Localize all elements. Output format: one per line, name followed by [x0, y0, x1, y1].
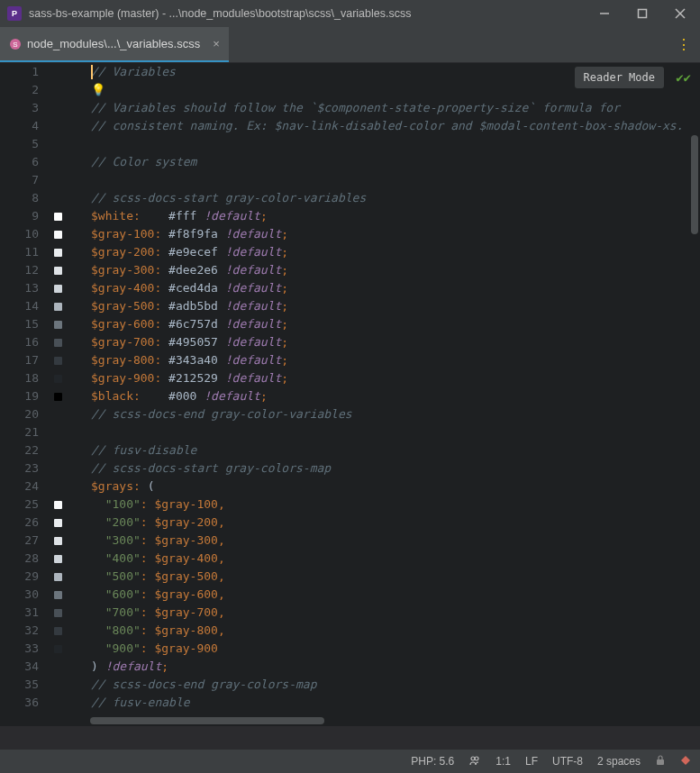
line-number[interactable]: 10: [0, 225, 39, 243]
code-line[interactable]: // scss-docs-end gray-color-variables: [91, 405, 700, 423]
code-line[interactable]: $gray-900: #212529 !default;: [91, 369, 700, 387]
status-caret-position[interactable]: 1:1: [495, 755, 511, 768]
line-number[interactable]: 6: [0, 153, 39, 171]
code-line[interactable]: "100": $gray-100,: [91, 496, 700, 514]
line-number[interactable]: 16: [0, 333, 39, 351]
code-line[interactable]: [91, 171, 700, 189]
code-line[interactable]: [91, 423, 700, 441]
color-swatch-icon[interactable]: [54, 537, 62, 545]
line-number[interactable]: 20: [0, 405, 39, 423]
code-line[interactable]: // fusv-disable: [91, 441, 700, 459]
status-encoding[interactable]: UTF-8: [552, 755, 583, 768]
line-number[interactable]: 21: [0, 423, 39, 441]
line-number[interactable]: 3: [0, 99, 39, 117]
code-line[interactable]: // Color system: [91, 153, 700, 171]
code-editor[interactable]: Reader Mode ✔✔ 1234567891011121314151617…: [0, 63, 700, 726]
code-line[interactable]: $black: #000 !default;: [91, 387, 700, 405]
line-number[interactable]: 36: [0, 694, 39, 712]
line-number[interactable]: 34: [0, 658, 39, 676]
color-swatch-icon[interactable]: [54, 555, 62, 563]
code-line[interactable]: $gray-400: #ced4da !default;: [91, 279, 700, 297]
color-swatch-icon[interactable]: [54, 321, 62, 329]
tab-close-button[interactable]: ×: [213, 37, 220, 50]
line-number[interactable]: 14: [0, 297, 39, 315]
line-number[interactable]: 31: [0, 604, 39, 622]
line-number-gutter[interactable]: 1234567891011121314151617181920212223242…: [0, 63, 50, 726]
color-swatch-icon[interactable]: [54, 627, 62, 635]
code-line[interactable]: "400": $gray-400,: [91, 550, 700, 568]
line-number[interactable]: 15: [0, 315, 39, 333]
color-swatch-icon[interactable]: [54, 519, 62, 527]
code-line[interactable]: $white: #fff !default;: [91, 207, 700, 225]
close-button[interactable]: [668, 5, 693, 23]
intention-bulb-icon[interactable]: 💡: [91, 83, 105, 96]
vertical-scrollbar[interactable]: [691, 135, 698, 234]
color-swatch-icon[interactable]: [54, 609, 62, 617]
code-line[interactable]: // Variables should follow the `$compone…: [91, 99, 700, 117]
color-swatch-icon[interactable]: [54, 375, 62, 383]
line-number[interactable]: 33: [0, 640, 39, 658]
editor-tab-active[interactable]: S node_modules\...\_variables.scss ×: [0, 27, 229, 62]
color-swatch-icon[interactable]: [54, 645, 62, 653]
line-number[interactable]: 22: [0, 441, 39, 459]
code-line[interactable]: $gray-800: #343a40 !default;: [91, 351, 700, 369]
code-line[interactable]: "300": $gray-300,: [91, 532, 700, 550]
code-line[interactable]: [91, 135, 700, 153]
line-number[interactable]: 11: [0, 243, 39, 261]
maximize-button[interactable]: [630, 5, 655, 23]
code-line[interactable]: "900": $gray-900: [91, 640, 700, 658]
status-users-icon[interactable]: [468, 754, 481, 769]
status-git-icon[interactable]: [680, 755, 691, 768]
line-number[interactable]: 17: [0, 351, 39, 369]
code-line[interactable]: "500": $gray-500,: [91, 568, 700, 586]
color-swatch-icon[interactable]: [54, 501, 62, 509]
line-number[interactable]: 32: [0, 622, 39, 640]
color-swatch-icon[interactable]: [54, 285, 62, 293]
code-line[interactable]: $gray-500: #adb5bd !default;: [91, 297, 700, 315]
line-number[interactable]: 7: [0, 171, 39, 189]
code-line[interactable]: "600": $gray-600,: [91, 586, 700, 604]
line-number[interactable]: 29: [0, 568, 39, 586]
status-lock-icon[interactable]: [655, 755, 666, 768]
code-line[interactable]: ) !default;: [91, 658, 700, 676]
status-php[interactable]: PHP: 5.6: [411, 755, 454, 768]
line-number[interactable]: 13: [0, 279, 39, 297]
line-number[interactable]: 35: [0, 676, 39, 694]
code-line[interactable]: // Variables: [91, 63, 700, 81]
color-swatch-icon[interactable]: [54, 213, 62, 221]
line-number[interactable]: 23: [0, 459, 39, 477]
line-number[interactable]: 25: [0, 496, 39, 514]
code-line[interactable]: $gray-700: #495057 !default;: [91, 333, 700, 351]
code-area[interactable]: // Variables💡// Variables should follow …: [66, 63, 700, 726]
code-line[interactable]: // scss-docs-start gray-color-variables: [91, 189, 700, 207]
minimize-button[interactable]: [592, 5, 617, 23]
line-number[interactable]: 2: [0, 81, 39, 99]
line-number[interactable]: 18: [0, 369, 39, 387]
line-number[interactable]: 4: [0, 117, 39, 135]
line-number[interactable]: 1: [0, 63, 39, 81]
code-line[interactable]: $grays: (: [91, 477, 700, 496]
line-number[interactable]: 19: [0, 387, 39, 405]
code-line[interactable]: // consistent naming. Ex: $nav-link-disa…: [91, 117, 700, 135]
color-swatch-icon[interactable]: [54, 267, 62, 275]
line-number[interactable]: 28: [0, 550, 39, 568]
line-number[interactable]: 26: [0, 514, 39, 532]
line-number[interactable]: 24: [0, 477, 39, 496]
code-line[interactable]: "800": $gray-800,: [91, 622, 700, 640]
code-line[interactable]: // scss-docs-start gray-colors-map: [91, 459, 700, 477]
color-swatch-icon[interactable]: [54, 339, 62, 347]
code-line[interactable]: $gray-200: #e9ecef !default;: [91, 243, 700, 261]
titlebar[interactable]: P sass-bs-example (master) - ...\node_mo…: [0, 0, 700, 27]
line-number[interactable]: 27: [0, 532, 39, 550]
color-swatch-icon[interactable]: [54, 303, 62, 311]
code-line[interactable]: "700": $gray-700,: [91, 604, 700, 622]
color-swatch-icon[interactable]: [54, 231, 62, 239]
line-number[interactable]: 9: [0, 207, 39, 225]
code-line[interactable]: $gray-600: #6c757d !default;: [91, 315, 700, 333]
horizontal-scrollbar[interactable]: [90, 717, 324, 724]
color-swatch-icon[interactable]: [54, 573, 62, 581]
color-swatch-icon[interactable]: [54, 357, 62, 365]
color-swatch-icon[interactable]: [54, 591, 62, 599]
line-number[interactable]: 30: [0, 586, 39, 604]
code-line[interactable]: $gray-100: #f8f9fa !default;: [91, 225, 700, 243]
